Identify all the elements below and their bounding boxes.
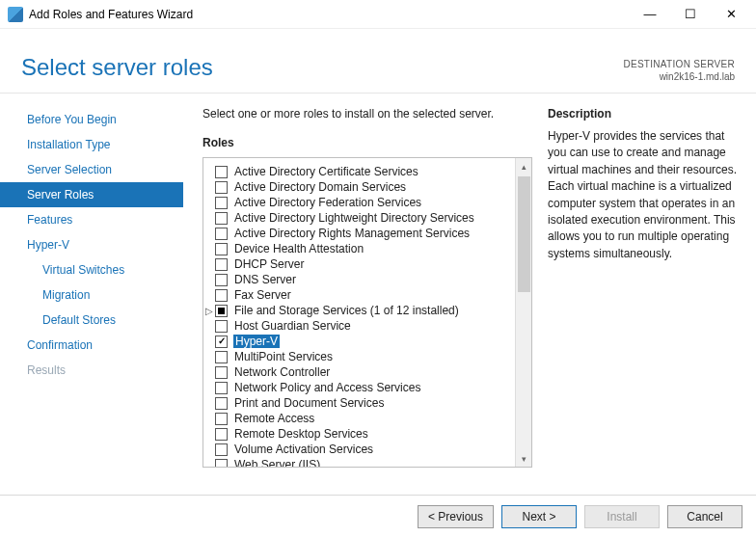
checkbox[interactable] [215, 274, 228, 286]
role-row[interactable]: Active Directory Federation Services [215, 195, 513, 210]
role-row[interactable]: Volume Activation Services [215, 442, 513, 457]
checkbox[interactable] [215, 197, 228, 209]
role-row[interactable]: Network Controller [215, 364, 513, 380]
role-row[interactable]: MultiPoint Services [215, 349, 513, 364]
header: Select server roles DESTINATION SERVER w… [0, 29, 756, 94]
checkbox[interactable] [215, 382, 228, 394]
checkbox[interactable] [215, 320, 228, 333]
checkbox[interactable] [215, 428, 228, 441]
checkbox[interactable] [215, 166, 228, 178]
app-icon [8, 7, 23, 22]
roles-list[interactable]: Active Directory Certificate ServicesAct… [203, 158, 515, 467]
role-row[interactable]: Active Directory Lightweight Directory S… [215, 210, 513, 226]
checkbox[interactable] [215, 289, 228, 302]
checkbox[interactable] [215, 443, 228, 456]
role-row[interactable]: Host Guardian Service [215, 318, 513, 334]
checkbox[interactable] [215, 258, 228, 271]
role-row[interactable]: Print and Document Services [215, 395, 513, 411]
role-label: Fax Server [233, 288, 292, 302]
role-row[interactable]: Hyper-V [215, 334, 513, 349]
role-row[interactable]: Active Directory Certificate Services [215, 164, 513, 179]
footer: < Previous Next > Install Cancel [0, 495, 756, 537]
role-label: Host Guardian Service [233, 319, 352, 333]
titlebar: Add Roles and Features Wizard — ☐ ✕ [0, 0, 756, 29]
destination-label: DESTINATION SERVER [623, 58, 735, 70]
description-text: Hyper-V provides the services that you c… [548, 128, 739, 262]
nav-item-confirmation[interactable]: Confirmation [0, 333, 183, 358]
window-title: Add Roles and Features Wizard [29, 8, 633, 21]
role-label: MultiPoint Services [233, 350, 334, 363]
nav-item-migration[interactable]: Migration [0, 282, 183, 308]
role-label: Network Controller [233, 365, 331, 379]
role-row[interactable]: Fax Server [215, 287, 513, 303]
close-button[interactable]: ✕ [714, 3, 748, 26]
role-row[interactable]: Remote Desktop Services [215, 426, 513, 442]
checkbox[interactable] [215, 397, 228, 410]
nav-item-before-you-begin[interactable]: Before You Begin [0, 107, 183, 132]
scroll-thumb[interactable] [518, 176, 530, 292]
checkbox[interactable] [215, 336, 228, 348]
role-label: Remote Access [233, 412, 315, 425]
destination-value: win2k16-1.md.lab [623, 70, 735, 83]
checkbox[interactable] [215, 366, 228, 379]
role-label: Device Health Attestation [233, 242, 364, 255]
instruction-text: Select one or more roles to install on t… [202, 107, 532, 121]
role-label: Volume Activation Services [233, 443, 374, 456]
role-row[interactable]: DHCP Server [215, 256, 513, 272]
nav-item-results: Results [0, 358, 183, 383]
nav-item-hyper-v[interactable]: Hyper-V [0, 232, 183, 257]
role-row[interactable]: Active Directory Domain Services [215, 179, 513, 195]
checkbox[interactable] [215, 228, 228, 240]
next-button[interactable]: Next > [501, 505, 577, 528]
description-label: Description [548, 107, 739, 121]
cancel-button[interactable]: Cancel [667, 505, 742, 528]
role-row[interactable]: DNS Server [215, 272, 513, 287]
checkbox[interactable] [215, 459, 228, 468]
role-label: Web Server (IIS) [233, 458, 321, 467]
scroll-up-icon[interactable]: ▴ [516, 158, 531, 175]
previous-button[interactable]: < Previous [418, 505, 494, 528]
role-label: File and Storage Services (1 of 12 insta… [233, 304, 460, 317]
role-label: DHCP Server [233, 257, 305, 271]
role-label: Active Directory Lightweight Directory S… [233, 211, 475, 225]
destination-server: DESTINATION SERVER win2k16-1.md.lab [623, 54, 735, 83]
checkbox[interactable] [215, 243, 228, 255]
roles-listbox: Active Directory Certificate ServicesAct… [202, 157, 532, 468]
nav-item-default-stores[interactable]: Default Stores [0, 308, 183, 333]
checkbox[interactable] [215, 181, 228, 194]
roles-label: Roles [202, 136, 532, 149]
nav-item-server-roles[interactable]: Server Roles [0, 182, 183, 207]
role-label: Active Directory Certificate Services [233, 165, 419, 178]
role-label: Remote Desktop Services [233, 427, 369, 441]
role-label: Active Directory Federation Services [233, 196, 422, 209]
role-label: DNS Server [233, 273, 297, 286]
role-row[interactable]: Network Policy and Access Services [215, 380, 513, 395]
role-row[interactable]: ▷File and Storage Services (1 of 12 inst… [215, 303, 513, 318]
scroll-down-icon[interactable]: ▾ [516, 450, 531, 467]
wizard-nav: Before You BeginInstallation TypeServer … [0, 94, 183, 494]
role-label: Hyper-V [233, 335, 280, 348]
minimize-button[interactable]: — [633, 3, 667, 26]
role-row[interactable]: Web Server (IIS) [215, 457, 513, 467]
nav-item-server-selection[interactable]: Server Selection [0, 157, 183, 182]
checkbox[interactable] [215, 212, 228, 225]
checkbox[interactable] [215, 413, 228, 425]
scrollbar[interactable]: ▴ ▾ [515, 158, 531, 467]
role-row[interactable]: Remote Access [215, 411, 513, 426]
role-label: Network Policy and Access Services [233, 381, 421, 394]
install-button: Install [584, 505, 660, 528]
role-label: Print and Document Services [233, 396, 385, 410]
role-row[interactable]: Device Health Attestation [215, 241, 513, 256]
nav-item-features[interactable]: Features [0, 207, 183, 232]
checkbox[interactable] [215, 305, 228, 317]
role-label: Active Directory Rights Management Servi… [233, 227, 471, 240]
role-label: Active Directory Domain Services [233, 180, 407, 194]
expand-icon[interactable]: ▷ [204, 306, 214, 316]
checkbox[interactable] [215, 351, 228, 363]
role-row[interactable]: Active Directory Rights Management Servi… [215, 226, 513, 241]
nav-item-installation-type[interactable]: Installation Type [0, 132, 183, 157]
maximize-button[interactable]: ☐ [673, 3, 708, 26]
page-title: Select server roles [21, 54, 213, 81]
nav-item-virtual-switches[interactable]: Virtual Switches [0, 257, 183, 282]
